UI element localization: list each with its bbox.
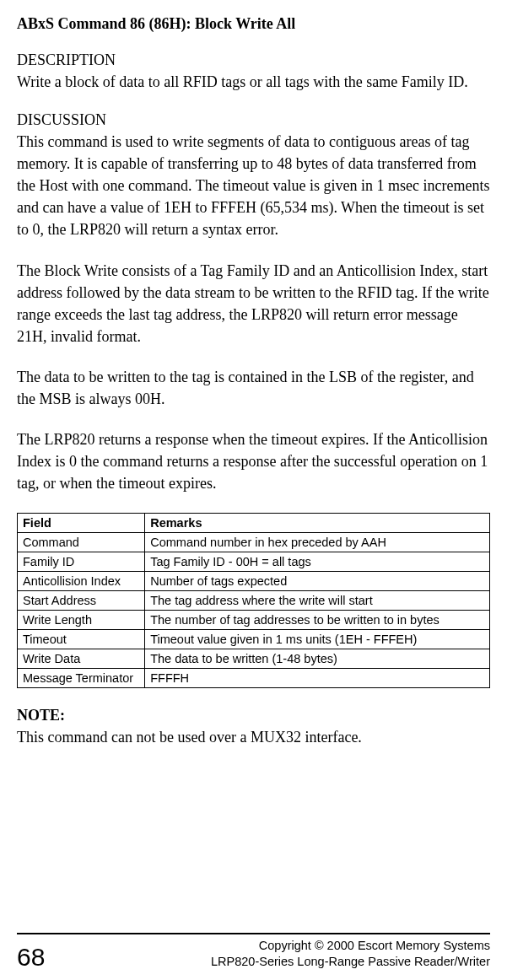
- table-row: Command Command number in hex preceded b…: [18, 533, 490, 552]
- page-title: ABxS Command 86 (86H): Block Write All: [17, 15, 490, 33]
- table-cell-field: Family ID: [18, 552, 145, 572]
- table-row: Message Terminator FFFFH: [18, 669, 490, 688]
- footer-product: LRP820-Series Long-Range Passive Reader/…: [211, 954, 490, 970]
- description-text: Write a block of data to all RFID tags o…: [17, 71, 490, 93]
- note-text: This command can not be used over a MUX3…: [17, 726, 490, 748]
- table-cell-field: Write Length: [18, 611, 145, 630]
- table-cell-field: Anticollision Index: [18, 572, 145, 591]
- page-number: 68: [17, 945, 45, 970]
- table-cell-remarks: Command number in hex preceded by AAH: [145, 533, 490, 552]
- table-row: Anticollision Index Number of tags expec…: [18, 572, 490, 591]
- table-row: Family ID Tag Family ID - 00H = all tags: [18, 552, 490, 572]
- table-row: Write Length The number of tag addresses…: [18, 611, 490, 630]
- table-cell-remarks: The data to be written (1-48 bytes): [145, 649, 490, 669]
- discussion-paragraph-4: The LRP820 returns a response when the t…: [17, 428, 490, 494]
- footer-text: Copyright © 2000 Escort Memory Systems L…: [211, 938, 490, 970]
- page-footer: 68 Copyright © 2000 Escort Memory System…: [17, 933, 490, 970]
- discussion-paragraph-2: The Block Write consists of a Tag Family…: [17, 260, 490, 347]
- table-cell-field: Command: [18, 533, 145, 552]
- discussion-paragraph-3: The data to be written to the tag is con…: [17, 366, 490, 410]
- table-cell-remarks: Timeout value given in 1 ms units (1EH -…: [145, 630, 490, 649]
- table-cell-remarks: Tag Family ID - 00H = all tags: [145, 552, 490, 572]
- table-cell-field: Message Terminator: [18, 669, 145, 688]
- table-row: Start Address The tag address where the …: [18, 591, 490, 611]
- field-remarks-table: Field Remarks Command Command number in …: [17, 513, 490, 688]
- table-header-row: Field Remarks: [18, 514, 490, 533]
- discussion-label: DISCUSSION: [17, 111, 490, 129]
- footer-rule: [17, 933, 490, 934]
- table-cell-remarks: The tag address where the write will sta…: [145, 591, 490, 611]
- footer-copyright: Copyright © 2000 Escort Memory Systems: [211, 938, 490, 954]
- table-cell-field: Start Address: [18, 591, 145, 611]
- discussion-paragraph-1: This command is used to write segments o…: [17, 131, 490, 240]
- table-row: Write Data The data to be written (1-48 …: [18, 649, 490, 669]
- table-cell-remarks: Number of tags expected: [145, 572, 490, 591]
- table-cell-field: Timeout: [18, 630, 145, 649]
- description-label: DESCRIPTION: [17, 51, 490, 69]
- table-header-remarks: Remarks: [145, 514, 490, 533]
- table-cell-remarks: The number of tag addresses to be writte…: [145, 611, 490, 630]
- table-row: Timeout Timeout value given in 1 ms unit…: [18, 630, 490, 649]
- table-header-field: Field: [18, 514, 145, 533]
- table-cell-remarks: FFFFH: [145, 669, 490, 688]
- note-label: NOTE:: [17, 707, 490, 724]
- table-cell-field: Write Data: [18, 649, 145, 669]
